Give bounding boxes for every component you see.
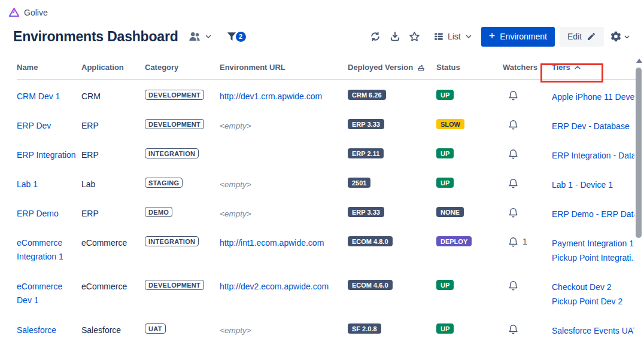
export-button[interactable]: [386, 28, 404, 45]
category-badge: DEMO: [145, 207, 172, 217]
chevron-down-icon: [204, 32, 212, 41]
name-cell: eCommerce Integration 1: [17, 227, 81, 270]
column-header-name[interactable]: Name: [17, 63, 81, 80]
application-cell: Lab: [81, 168, 145, 197]
bell-icon[interactable]: [508, 323, 519, 335]
tier-link[interactable]: ERP Dev - Database: [552, 119, 634, 133]
tier-link[interactable]: ERP Integration - Data.: [552, 148, 634, 163]
environment-url-link[interactable]: http://dev2.ecom.apwide.com: [220, 282, 329, 291]
status-badge[interactable]: DEPLOY: [436, 236, 472, 246]
tier-link[interactable]: Checkout Dev 2: [552, 280, 634, 294]
environment-name-link[interactable]: Lab 1: [17, 178, 38, 191]
status-badge[interactable]: SLOW: [436, 119, 464, 129]
environment-url-link[interactable]: <empty>: [220, 326, 251, 335]
environment-row: CRM Dev 1 CRM DEVELOPMENT http://dev1.cr…: [17, 80, 639, 109]
column-header-watchers[interactable]: Watchers: [503, 63, 552, 80]
status-badge[interactable]: NONE: [436, 207, 464, 217]
watchers-count: 1: [523, 236, 527, 248]
column-header-environment-url[interactable]: Environment URL: [220, 63, 348, 80]
deployed-version-badge[interactable]: 2501: [348, 178, 370, 188]
bell-icon[interactable]: [508, 90, 519, 101]
edit-button[interactable]: Edit: [560, 27, 604, 47]
environment-url-link[interactable]: <empty>: [220, 209, 251, 218]
environment-url-link[interactable]: <empty>: [220, 180, 251, 189]
column-header-deployed-version[interactable]: Deployed Version: [348, 63, 436, 80]
add-environment-label: Environment: [500, 32, 547, 41]
settings-button[interactable]: [610, 30, 631, 42]
environment-name-link[interactable]: eCommerce Dev 1: [17, 280, 77, 307]
watchers-cell: [503, 314, 552, 343]
people-icon: [188, 30, 201, 42]
status-badge[interactable]: UP: [436, 323, 454, 334]
column-header-tiers[interactable]: Tiers: [552, 63, 639, 80]
name-cell: ERP Dev: [17, 109, 81, 139]
url-cell: http://dev1.crm.apwide.com: [220, 80, 348, 109]
application-name: eCommerce: [81, 238, 127, 248]
tier-link[interactable]: Apple iPhone 11 Deve.: [552, 90, 634, 104]
column-header-category[interactable]: Category: [145, 63, 220, 80]
application-name: Lab: [81, 179, 95, 189]
deployed-version-badge[interactable]: CRM 6.26: [348, 90, 386, 100]
deployed-version-badge[interactable]: ERP 3.33: [348, 207, 384, 217]
bell-icon[interactable]: [508, 207, 519, 218]
status-badge[interactable]: UP: [436, 178, 454, 188]
tier-link[interactable]: Pickup Point Integrati..: [552, 251, 634, 265]
environment-url-link[interactable]: http://int1.ecom.apwide.com: [220, 238, 324, 248]
status-badge[interactable]: UP: [436, 90, 454, 100]
bell-icon[interactable]: [508, 148, 519, 160]
watchers-cell: [503, 139, 552, 168]
refresh-button[interactable]: [366, 28, 384, 45]
bell-icon[interactable]: [508, 280, 519, 291]
environments-table: Name Application Category Environment UR…: [17, 63, 639, 343]
status-badge[interactable]: UP: [436, 148, 454, 158]
version-cell: ERP 3.33: [348, 109, 436, 139]
tiers-cell: Lab 1 - Device 1: [552, 168, 639, 197]
category-cell: INTEGRATION: [145, 139, 220, 168]
environment-name-link[interactable]: ERP Demo: [17, 207, 59, 221]
category-badge: DEVELOPMENT: [145, 90, 204, 100]
version-cell: ERP 3.33: [348, 197, 436, 227]
tier-link[interactable]: Lab 1 - Device 1: [552, 178, 634, 192]
environment-name-link[interactable]: Salesforce: [17, 323, 56, 337]
status-cell: UP: [436, 270, 503, 314]
vertical-scrollbar[interactable]: [635, 57, 643, 348]
environment-url-link[interactable]: http://dev1.crm.apwide.com: [220, 91, 322, 101]
application-cell: Salesforce: [81, 314, 145, 343]
bell-icon[interactable]: [508, 119, 519, 130]
application-name: ERP: [81, 121, 99, 130]
environment-url-link[interactable]: <empty>: [220, 121, 251, 130]
category-cell: DEVELOPMENT: [145, 80, 220, 109]
watchers-cell: [503, 80, 552, 109]
bell-icon[interactable]: [508, 236, 519, 248]
tier-link[interactable]: Pickup Point Dev 2: [552, 294, 634, 309]
scroll-up-arrow[interactable]: [636, 59, 642, 63]
environment-name-link[interactable]: eCommerce Integration 1: [17, 236, 77, 264]
deployed-version-badge[interactable]: ERP 3.33: [348, 119, 384, 129]
tier-link[interactable]: ERP Demo - ERP Data..: [552, 207, 634, 221]
tier-link[interactable]: Salesforce Events UAT: [552, 323, 634, 338]
audience-selector[interactable]: [188, 30, 212, 42]
environment-row: eCommerce Integration 1 eCommerce INTEGR…: [17, 227, 639, 270]
add-environment-button[interactable]: + Environment: [481, 27, 555, 47]
tier-link[interactable]: Payment Integration 1: [552, 236, 634, 251]
name-cell: Salesforce: [17, 314, 81, 343]
view-selector[interactable]: List: [433, 31, 473, 42]
ship-icon: [417, 63, 426, 72]
environment-name-link[interactable]: CRM Dev 1: [17, 90, 60, 103]
filters-button[interactable]: 2: [226, 30, 246, 42]
column-header-status[interactable]: Status: [436, 63, 503, 80]
deployed-version-badge[interactable]: ECOM 4.8.0: [348, 236, 393, 246]
column-header-application[interactable]: Application: [81, 63, 145, 80]
deployed-version-badge[interactable]: ERP 2.11: [348, 148, 384, 158]
application-cell: CRM: [81, 80, 145, 109]
bell-icon[interactable]: [508, 178, 519, 189]
refresh-icon: [369, 30, 381, 42]
deployed-version-badge[interactable]: SF 2.0.8: [348, 323, 381, 334]
scrollbar-thumb[interactable]: [636, 68, 642, 238]
favorite-button[interactable]: [406, 28, 424, 45]
deployed-version-badge[interactable]: ECOM 4.6.0: [348, 280, 393, 290]
environment-name-link[interactable]: ERP Integration: [17, 148, 76, 162]
status-badge[interactable]: UP: [436, 280, 454, 290]
environment-name-link[interactable]: ERP Dev: [17, 119, 51, 133]
version-cell: 2501: [348, 168, 436, 197]
